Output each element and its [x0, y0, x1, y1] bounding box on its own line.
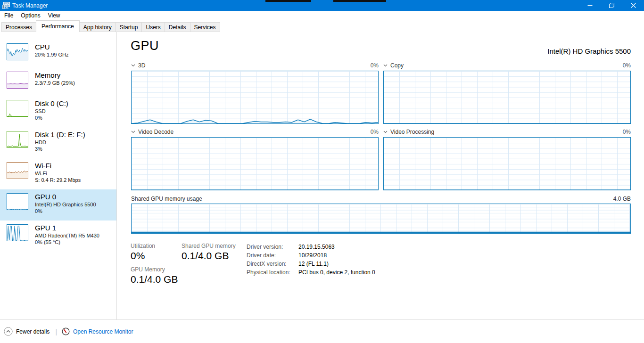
screen-artifact [333, 0, 386, 2]
close-button[interactable] [622, 0, 644, 11]
menu-options[interactable]: Options [17, 11, 44, 20]
sidebar-item-title: GPU 1 [35, 223, 99, 232]
chevron-up-circle-icon [4, 327, 13, 336]
sidebar-item-stat: 0% [35, 208, 96, 214]
engine-chart-label: Copy [390, 62, 404, 69]
screen-artifact [265, 0, 311, 2]
footer-divider: | [55, 328, 57, 335]
menu-view[interactable]: View [44, 11, 64, 20]
sidebar-item-title: CPU [35, 42, 69, 51]
tab-performance[interactable]: Performance [36, 20, 80, 32]
tab-bar: Processes Performance App history Startu… [0, 20, 644, 32]
gpu-video-decode-chart [131, 137, 379, 190]
gpu0-mini-chart [7, 193, 28, 210]
restore-button[interactable] [601, 0, 622, 11]
chevron-down-icon[interactable] [383, 64, 388, 67]
resource-monitor-icon [62, 327, 70, 335]
footer-bar: Fewer details | Open Resource Monitor [0, 319, 644, 343]
stat-label: Utilization [131, 243, 182, 250]
sidebar-item-title: Disk 0 (C:) [35, 99, 68, 108]
detail-label: Driver date: [247, 251, 298, 260]
engine-charts: 3D 0% Copy 0% Video Decode 0% Vi [131, 62, 631, 190]
disk1-mini-chart [7, 131, 28, 148]
sidebar-item-stat: 3% [35, 146, 85, 152]
tab-startup[interactable]: Startup [116, 22, 142, 32]
sidebar-item-wifi[interactable]: Wi-Fi Wi-Fi S: 0.4 R: 29.2 Mbps [0, 158, 116, 189]
menu-file[interactable]: File [0, 11, 17, 20]
tab-details[interactable]: Details [165, 22, 190, 32]
sidebar-item-disk0[interactable]: Disk 0 (C:) SSD 0% [0, 96, 116, 127]
sidebar-item-title: Disk 1 (D: E: F:) [35, 130, 85, 139]
stat-label: Shared GPU memory [182, 243, 247, 250]
physical-location-value: PCI bus 0, device 2, function 0 [298, 268, 375, 277]
detail-label: DirectX version: [247, 260, 298, 268]
fewer-details-label: Fewer details [16, 328, 50, 335]
gpu1-mini-chart [7, 224, 28, 241]
engine-chart-value: 0% [371, 62, 379, 69]
directx-version-value: 12 (FL 11.1) [298, 260, 329, 268]
chevron-down-icon[interactable] [131, 131, 135, 133]
page-title: GPU [131, 39, 159, 53]
window-title: Task Manager [12, 2, 48, 9]
shared-memory-chart-max: 4.0 GB [613, 196, 631, 202]
gpu-memory-value: 0.1/4.0 GB [131, 273, 182, 286]
tab-users[interactable]: Users [141, 22, 165, 32]
sidebar-item-type: SSD [35, 108, 68, 114]
sidebar-item-memory[interactable]: Memory 2.3/7.9 GB (29%) [0, 68, 116, 96]
sidebar-item-title: GPU 0 [35, 192, 96, 201]
chevron-down-icon[interactable] [131, 64, 135, 67]
tab-processes[interactable]: Processes [1, 22, 36, 32]
close-icon [631, 3, 636, 8]
cpu-mini-chart [7, 43, 28, 60]
driver-date-value: 10/29/2018 [298, 251, 327, 260]
sidebar-item-stat: 20% 1.99 GHz [35, 51, 69, 58]
sidebar-item-cpu[interactable]: CPU 20% 1.99 GHz [0, 40, 116, 68]
engine-chart-label: Video Decode [138, 129, 173, 135]
performance-sidebar: CPU 20% 1.99 GHz Memory 2.3/7.9 GB (29%)… [0, 32, 117, 319]
utilization-value: 0% [131, 250, 182, 262]
task-manager-app-icon [2, 2, 10, 9]
fewer-details-button[interactable]: Fewer details [4, 327, 50, 336]
titlebar[interactable]: Task Manager [0, 0, 644, 11]
gpu-detail-panel: GPU Intel(R) HD Graphics 5500 3D 0% Copy… [117, 32, 644, 319]
detail-label: Driver version: [247, 243, 298, 251]
gpu-copy-chart [383, 71, 631, 124]
driver-version-value: 20.19.15.5063 [298, 243, 335, 251]
engine-chart-value: 0% [623, 129, 631, 135]
minimize-button[interactable] [579, 0, 601, 11]
sidebar-item-stat: S: 0.4 R: 29.2 Mbps [35, 177, 81, 183]
tab-services[interactable]: Services [190, 22, 220, 32]
engine-chart-label: 3D [138, 62, 145, 69]
sidebar-item-device: Intel(R) HD Graphics 5500 [35, 201, 96, 208]
disk0-mini-chart [7, 100, 28, 117]
minimize-icon [587, 3, 593, 8]
open-resource-monitor-label: Open Resource Monitor [73, 328, 133, 335]
sidebar-item-stat: 2.3/7.9 GB (29%) [35, 80, 75, 86]
sidebar-item-title: Memory [35, 71, 75, 80]
menubar: File Options View [0, 11, 644, 20]
chevron-down-icon[interactable] [383, 131, 388, 133]
tab-app-history[interactable]: App history [79, 22, 116, 32]
wifi-mini-chart [7, 162, 28, 179]
engine-chart-label: Video Processing [390, 129, 434, 135]
shared-memory-chart [131, 204, 631, 234]
gpu-stats: Utilization 0% GPU Memory 0.1/4.0 GB Sha… [131, 243, 375, 290]
restore-icon [609, 3, 614, 8]
sidebar-item-gpu1[interactable]: GPU 1 AMD Radeon(TM) R5 M430 0% (55 °C) [0, 220, 116, 252]
shared-gpu-memory-value: 0.1/4.0 GB [182, 250, 247, 262]
driver-details: Driver version: 20.19.15.5063 Driver dat… [247, 243, 375, 290]
shared-memory-chart-label: Shared GPU memory usage [131, 196, 202, 202]
sidebar-item-type: Wi-Fi [35, 170, 81, 177]
gpu-video-processing-chart [383, 137, 631, 190]
sidebar-item-disk1[interactable]: Disk 1 (D: E: F:) HDD 3% [0, 127, 116, 158]
detail-label: Physical location: [247, 268, 298, 277]
open-resource-monitor-link[interactable]: Open Resource Monitor [62, 327, 133, 335]
sidebar-item-gpu0[interactable]: GPU 0 Intel(R) HD Graphics 5500 0% [0, 189, 116, 220]
memory-mini-chart [7, 72, 28, 89]
stat-label: GPU Memory [131, 266, 182, 273]
sidebar-item-stat: 0% [35, 114, 68, 121]
sidebar-item-device: AMD Radeon(TM) R5 M430 [35, 232, 99, 239]
engine-chart-value: 0% [371, 129, 379, 135]
gpu-3d-chart [131, 71, 379, 124]
engine-chart-value: 0% [623, 62, 631, 69]
